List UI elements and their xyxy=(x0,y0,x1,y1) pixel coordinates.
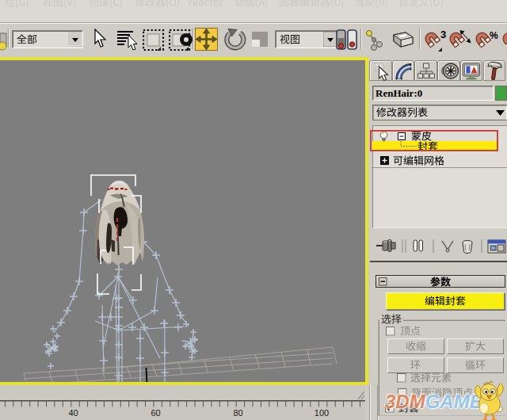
svg-text:60: 60 xyxy=(151,408,160,418)
svg-text:3: 3 xyxy=(440,29,446,40)
svg-text:80: 80 xyxy=(233,408,242,418)
svg-text:100: 100 xyxy=(314,408,329,418)
svg-text:%: % xyxy=(490,30,498,41)
svg-text:40: 40 xyxy=(68,408,78,418)
